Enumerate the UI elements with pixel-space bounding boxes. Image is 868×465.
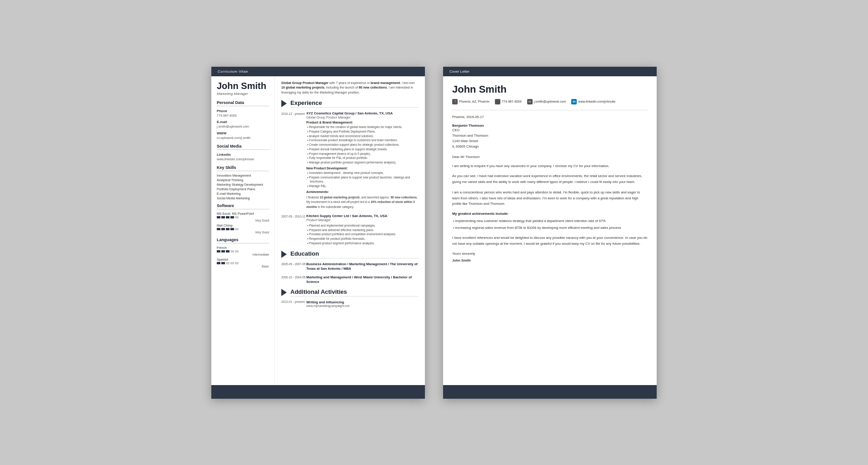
linkedin-label: LinkedIn — [217, 153, 269, 157]
cv-body: John Smith Marketing Manager Personal Da… — [211, 76, 425, 385]
recipient-city: IL 60605 Chicago — [452, 144, 648, 149]
email-icon: ✉ — [527, 99, 533, 104]
exp-bullet: • Manage product portfolio (product segm… — [306, 160, 419, 165]
exp-bullet: • Prepare communication plans to support… — [306, 175, 419, 184]
edu-degree-1: Marketing and Management / West Miami Un… — [306, 275, 419, 285]
cover-letter-document: Cover Letter John Smith 📍 Phoenix, AZ, P… — [443, 67, 657, 399]
lang-item-0: French — [217, 246, 269, 249]
exp-bullet: • Prepare Category and Portfolio Deploym… — [306, 129, 419, 134]
edu-item-1: 2000-10 - 2004-05 Marketing and Manageme… — [281, 275, 419, 285]
skill-item: Marketing Strategy Development — [217, 183, 269, 186]
exp-bullet: • Analyze market trends and recommend so… — [306, 134, 419, 139]
edu-content-1: Marketing and Management / West Miami Un… — [306, 275, 419, 285]
skill-item: Portfolio Deployment Plans — [217, 188, 269, 191]
cv-job-title: Marketing Manager — [217, 92, 269, 96]
achievements-title: My greatest achievements include: — [452, 212, 648, 216]
dot-empty — [230, 250, 234, 252]
cv-document: Curriculum Vitae John Smith Marketing Ma… — [211, 67, 425, 399]
skill-item: E-mail Marketing — [217, 192, 269, 195]
cover-contact-bar: 📍 Phoenix, AZ, Phoenix 📞 774-987-4009 ✉ … — [452, 99, 648, 104]
recipient-title: CEO — [452, 128, 648, 133]
documents-wrapper: Curriculum Vitae John Smith Marketing Ma… — [211, 49, 657, 417]
software-item-0: MS Excel, MS PowerPoint — [217, 212, 269, 215]
exp-bullet: • Responsible for product portfolio fore… — [306, 237, 419, 241]
software-rating-0 — [217, 216, 269, 218]
act-date-0: 2012-01 - present — [281, 300, 306, 307]
cover-footer — [443, 385, 657, 399]
activities-title: Additional Activities — [290, 288, 419, 297]
exp-bullet: • Create communication support plans for… — [306, 143, 419, 147]
exp-company-1: Kitchen Supply Center Ltd / San Antonio,… — [306, 214, 419, 218]
linkedin-value: www.linkedin.com/johnutw — [217, 157, 269, 162]
exp-bullet: • Provided product portfolios and compet… — [306, 232, 419, 237]
exp-content-1: Kitchen Supply Center Ltd / San Antonio,… — [306, 214, 419, 246]
dot — [217, 250, 220, 252]
dot — [217, 262, 220, 264]
dot — [217, 228, 220, 230]
dot-empty — [235, 262, 239, 264]
cover-name: John Smith — [452, 84, 648, 95]
cv-main-content: Global Group Product Manager with 7 year… — [275, 76, 425, 385]
software-rating-1 — [217, 228, 269, 230]
exp-bullet: • Prepare annual marketing plans to supp… — [306, 147, 419, 152]
experience-item-1: 2007-09 - 2010-11 Kitchen Supply Center … — [281, 214, 419, 246]
act-detail-0: www.mymarketingcampaigns.me — [306, 304, 419, 307]
contact-phone: 📞 774-987-4009 — [495, 99, 522, 104]
dot-empty — [226, 262, 229, 264]
cover-header-bar: Cover Letter — [443, 67, 657, 76]
activities-arrow-icon — [281, 289, 287, 296]
exp-bullet: • Planned and implemented promotional ca… — [306, 223, 419, 228]
dot-empty — [235, 250, 239, 252]
personal-data-title: Personal Data — [217, 100, 269, 106]
edu-date-0: 2005-09 - 2007-05 — [281, 262, 306, 272]
lang-rating-label-1: Basic — [217, 265, 269, 268]
dot-empty — [235, 228, 239, 230]
edu-content-0: Business Administration / Marketing Mana… — [306, 262, 419, 272]
cover-para-2: I am a conscientious person who works ha… — [452, 190, 648, 207]
contact-email: ✉ j.smith@uptowork.com — [527, 99, 566, 104]
dot — [221, 216, 225, 218]
software-item-1: Mail Chimp — [217, 224, 269, 227]
education-section-header: Education — [281, 250, 419, 258]
recipient-name: Benjamin Thomson — [452, 124, 648, 128]
cv-header-label: Curriculum Vitae — [218, 69, 248, 74]
exp-bullet: • Innovation development - develop new p… — [306, 171, 419, 175]
email-value: j.smith@uptowork.com — [217, 124, 269, 129]
exp-role-1: Product Manager — [306, 218, 419, 222]
exp-date-1: 2007-09 - 2010-11 — [281, 214, 306, 246]
achievement-bullet-0: • Implementing new customer relations st… — [452, 218, 648, 224]
recipient-company: Thomson and Thomson — [452, 133, 648, 139]
cover-salutation: Dear Mr Thomson — [452, 155, 648, 159]
phone-icon: 📞 — [495, 99, 500, 104]
exp-role-0: Global Group Product Manager — [306, 116, 419, 119]
exp-bullet: • Prepared product segment performance a… — [306, 241, 419, 246]
activity-item-0: 2012-01 - present Writing and Influencin… — [281, 300, 419, 307]
experience-arrow-icon — [281, 100, 287, 107]
exp-bullet: • Manage P&L. — [306, 184, 419, 188]
lang-rating-0 — [217, 250, 269, 252]
cv-sidebar: John Smith Marketing Manager Personal Da… — [211, 76, 275, 385]
dot — [221, 262, 225, 264]
languages-title: Languages — [217, 237, 269, 243]
recipient-address: 1140 Main Street — [452, 139, 648, 144]
exp-bullet: • Fully responsible for P&L of product p… — [306, 156, 419, 160]
experience-section-header: Experience — [281, 99, 419, 108]
dot — [226, 216, 229, 218]
lang-rating-1 — [217, 262, 269, 264]
dot — [226, 250, 229, 252]
exp-subtitle-achievements: Achievements: — [306, 190, 419, 193]
cv-name: John Smith — [217, 81, 269, 91]
software-rating-label-1: Very Good — [217, 231, 269, 234]
contact-location: 📍 Phoenix, AZ, Phoenix — [452, 99, 489, 104]
social-media-title: Social Media — [217, 144, 269, 150]
cover-signature: John Smith — [452, 258, 648, 262]
exp-bullet: • Responsible for the creation of global… — [306, 125, 419, 129]
cover-date: Phoenix, 2016-05-17 — [452, 115, 648, 119]
cover-para-0: I am writing to enquire if you have any … — [452, 163, 648, 169]
exp-content-0: XYZ Cosmetics Capital Group / San Antoni… — [306, 111, 419, 209]
location-text: Phoenix, AZ, Phoenix — [459, 100, 489, 103]
dot — [217, 216, 220, 218]
key-skills-title: Key Skills — [217, 165, 269, 171]
education-title: Education — [290, 250, 419, 258]
cv-footer — [211, 385, 425, 399]
